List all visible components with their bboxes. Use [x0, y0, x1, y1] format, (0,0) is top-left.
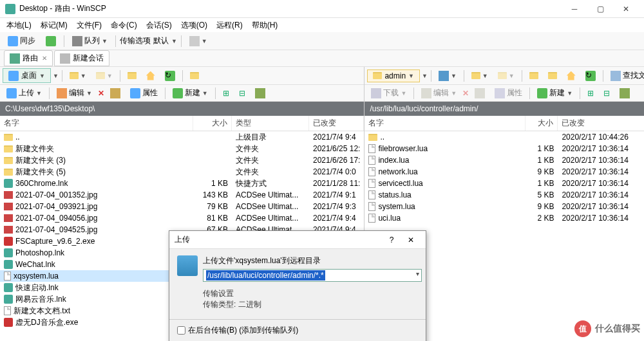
remote-rename-button[interactable]	[471, 86, 489, 100]
maximize-button[interactable]: ▢	[587, 1, 613, 17]
menu-command[interactable]: 命令(C)	[107, 19, 141, 32]
remote-plus-button[interactable]: ⊞	[583, 87, 598, 100]
col-size[interactable]: 大小	[193, 116, 232, 131]
file-row[interactable]: ..2020/2/17 10:44:26rwxrwxr-x	[365, 131, 644, 143]
remote-new-button[interactable]: 新建▼	[533, 86, 576, 100]
remote-props-button[interactable]: 属性	[491, 86, 526, 100]
file-row[interactable]: uci.lua2 KB2020/2/17 10:36:14rw-r--r--	[365, 212, 644, 224]
remote-delete-button[interactable]: ✕	[462, 89, 469, 98]
remote-filter-button[interactable]: ▼	[435, 69, 460, 83]
remote-refresh-button[interactable]: ↻	[582, 69, 600, 83]
local-location-toolbar: 桌面▼ ▼ ▼ ▼ ↻	[0, 67, 364, 85]
menu-file[interactable]: 文件(F)	[73, 19, 106, 32]
menu-local[interactable]: 本地(L)	[3, 19, 35, 32]
file-row[interactable]: index.lua1 KB2020/2/17 10:36:14rw-r--r--	[365, 154, 644, 166]
minimize-button[interactable]: ─	[562, 1, 587, 17]
queue-button[interactable]: 队列▼	[68, 33, 111, 48]
col-changed[interactable]: 已改变	[309, 116, 364, 131]
main-toolbar: 同步 队列▼ 传输选项 默认 ▼ ▼	[0, 32, 644, 50]
remote-minus-button[interactable]: ⊟	[600, 87, 614, 100]
new-icon	[173, 88, 183, 98]
remote-back-button[interactable]: ▼	[468, 70, 492, 81]
remote-path-input[interactable]: /usr/lib/lua/luci/controller/admin/*.*	[203, 269, 422, 282]
local-new-button[interactable]: 新建▼	[169, 86, 212, 100]
file-row[interactable]: 新建文件夹 (3)文件夹2021/6/26 17:	[0, 154, 364, 166]
remote-diff-button[interactable]	[616, 86, 634, 100]
file-row[interactable]: servicectl.lua1 KB2020/2/17 10:36:14rw-r…	[365, 178, 644, 189]
remote-folder-icon	[373, 72, 382, 79]
local-props-button[interactable]: 属性	[126, 86, 162, 100]
file-row[interactable]: network.lua9 KB2020/2/17 10:36:14rw-r--r…	[365, 166, 644, 178]
col-name[interactable]: 名字	[365, 116, 526, 131]
sync-button[interactable]: 同步	[4, 33, 39, 48]
watermark-text: 什么值得买	[595, 323, 640, 335]
remote-edit-button[interactable]: 编辑▼	[417, 86, 460, 100]
file-row[interactable]: 360Chrome.lnk1 KB快捷方式2021/1/28 11:	[0, 178, 364, 189]
col-size[interactable]: 大小	[526, 116, 558, 131]
file-row[interactable]: 2021-07-04_093921.jpg79 KBACDSee Ultimat…	[0, 201, 364, 212]
browse-sync-button[interactable]	[42, 34, 60, 48]
window-title: Desktop - 路由 - WinSCP	[19, 3, 562, 14]
local-refresh-button[interactable]: ↻	[161, 69, 179, 83]
local-drive-selector[interactable]: 桌面▼	[3, 68, 51, 83]
session-tabs: 路由✕ 新建会话	[0, 50, 644, 67]
file-row[interactable]: 新建文件夹文件夹2021/6/25 12:	[0, 143, 364, 154]
local-diff-button[interactable]	[251, 86, 269, 100]
file-row[interactable]: 2021-07-04_001352.jpg143 KBACDSee Ultima…	[0, 189, 364, 201]
dialog-help-icon[interactable]: ?	[382, 235, 401, 244]
upload-button[interactable]: 上传▼	[3, 86, 46, 100]
local-delete-button[interactable]: ✕	[98, 89, 104, 98]
local-forward-button[interactable]: ▼	[92, 70, 117, 81]
remote-location-toolbar: admin▼ ▼ ▼ ▼ ▼ ↻ 查找文件	[365, 67, 644, 85]
window-titlebar: Desktop - 路由 - WinSCP ─ ▢ ✕	[0, 0, 644, 18]
background-transfer-checkbox[interactable]: 在后台传输(B) (添加到传输队列)	[177, 325, 418, 336]
remote-forward-button[interactable]: ▼	[494, 70, 518, 81]
local-edit-button[interactable]: 编辑▼	[53, 86, 96, 100]
tab-session-active[interactable]: 路由✕	[4, 50, 53, 66]
download-button[interactable]: 下载▼	[367, 86, 410, 100]
local-path-bar[interactable]: C:\Users\dwf135\Desktop\	[0, 102, 364, 116]
session-icon	[10, 53, 20, 64]
transfer-type-text: 传输类型: 二进制	[203, 299, 418, 310]
file-row[interactable]: 新建文件夹 (5)文件夹2021/7/4 0:0	[0, 166, 364, 178]
file-row[interactable]: 2021-07-04_094056.jpg81 KBACDSee Ultimat…	[0, 212, 364, 224]
transfer-dropdown[interactable]: ▼	[171, 38, 177, 44]
dialog-close-icon[interactable]: ✕	[401, 235, 421, 244]
local-open-button[interactable]	[186, 70, 203, 81]
local-rename-button[interactable]	[106, 86, 124, 100]
menu-options[interactable]: 选项(O)	[177, 19, 211, 32]
menu-remote[interactable]: 远程(R)	[213, 19, 247, 32]
local-home-button[interactable]	[142, 69, 159, 82]
menu-help[interactable]: 帮助(H)	[248, 19, 282, 32]
col-name[interactable]: 名字	[0, 116, 193, 131]
remote-home-button[interactable]	[563, 69, 580, 82]
watermark-icon: 值	[574, 320, 591, 337]
dialog-titlebar[interactable]: 上传 ? ✕	[169, 231, 426, 249]
col-changed[interactable]: 已改变	[558, 116, 644, 131]
upload-icon	[6, 88, 17, 98]
local-minus-button[interactable]: ⊟	[235, 87, 249, 100]
remote-path-bar[interactable]: /usr/lib/lua/luci/controller/admin/	[365, 102, 644, 116]
tab-new-session[interactable]: 新建会话	[54, 50, 109, 66]
file-row[interactable]: ..上级目录2021/7/4 9:4	[0, 131, 364, 143]
local-plus-button[interactable]: ⊞	[219, 87, 233, 100]
remote-find-button[interactable]: 查找文件	[607, 68, 644, 83]
dialog-title: 上传	[175, 234, 190, 245]
close-tab-icon[interactable]: ✕	[42, 55, 47, 62]
file-row[interactable]: filebrowser.lua1 KB2020/2/17 10:36:14rw-…	[365, 143, 644, 154]
toolbar-extra-button[interactable]: ▼	[185, 34, 211, 48]
menu-session[interactable]: 会话(S)	[142, 19, 176, 32]
edit-icon	[57, 88, 67, 98]
remote-drive-selector[interactable]: admin▼	[367, 69, 420, 82]
col-type[interactable]: 类型	[232, 116, 309, 131]
menu-mark[interactable]: 标记(M)	[37, 19, 71, 32]
menu-bar: 本地(L) 标记(M) 文件(F) 命令(C) 会话(S) 选项(O) 远程(R…	[0, 18, 644, 32]
local-back-button[interactable]: ▼	[66, 70, 90, 81]
remote-up-button[interactable]	[526, 70, 542, 81]
file-row[interactable]: status.lua5 KB2020/2/17 10:36:14rw-rw-r-…	[365, 189, 644, 201]
file-row[interactable]: system.lua9 KB2020/2/17 10:36:14rw-r--r-…	[365, 201, 644, 212]
local-up-button[interactable]	[124, 70, 140, 81]
close-button[interactable]: ✕	[613, 1, 639, 17]
home-icon	[146, 71, 155, 80]
remote-root-button[interactable]	[544, 70, 561, 81]
